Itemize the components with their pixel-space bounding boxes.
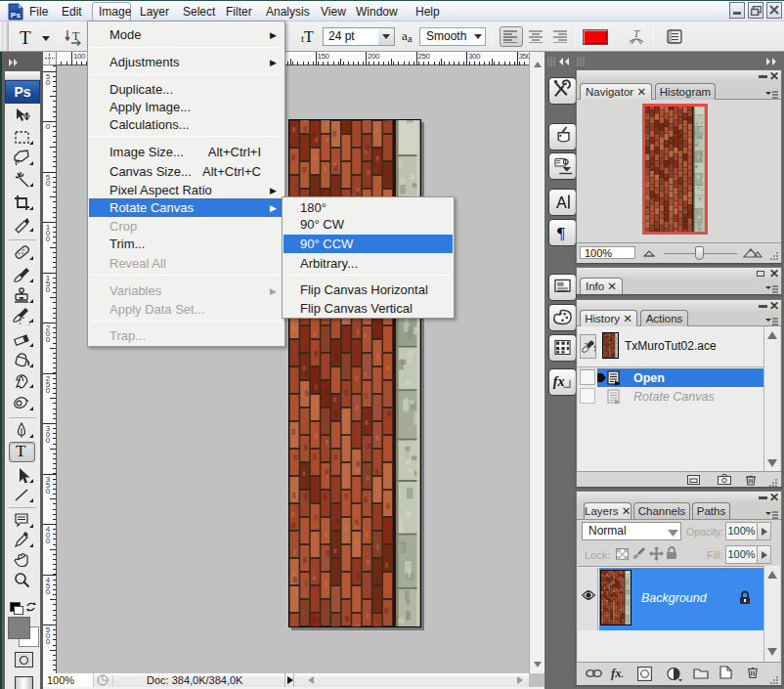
svg-text:T: T [72, 29, 80, 43]
svg-text:T: T [633, 28, 640, 39]
svg-text:Ps: Ps [11, 11, 21, 20]
svg-text:fx: fx [553, 374, 565, 389]
svg-text:A: A [556, 194, 567, 211]
svg-text:¶: ¶ [557, 224, 565, 242]
